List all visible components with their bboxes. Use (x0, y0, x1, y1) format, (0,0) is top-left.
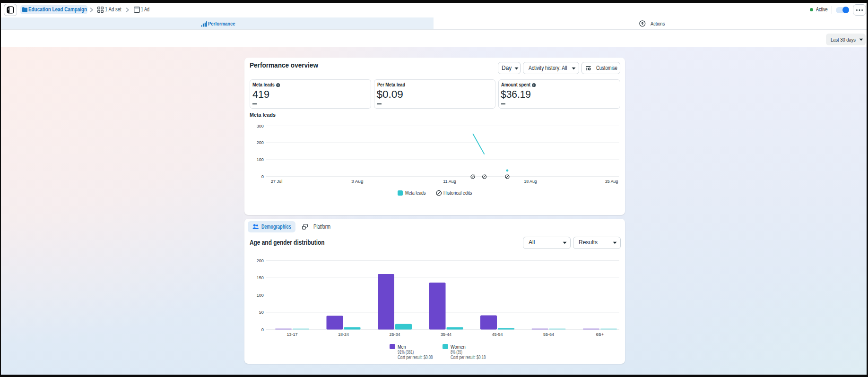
svg-text:18 Aug: 18 Aug (524, 179, 537, 184)
svg-text:25-34: 25-34 (390, 332, 400, 337)
svg-text:55-64: 55-64 (543, 332, 554, 337)
svg-text:35-44: 35-44 (441, 332, 451, 337)
svg-text:100: 100 (257, 157, 264, 162)
svg-text:200: 200 (257, 140, 264, 145)
svg-text:25 Aug: 25 Aug (605, 179, 618, 184)
svg-text:300: 300 (257, 124, 264, 129)
svg-text:3 Aug: 3 Aug (351, 179, 364, 184)
svg-text:100: 100 (257, 293, 264, 298)
svg-text:50: 50 (259, 310, 264, 315)
svg-text:27 Jul: 27 Jul (271, 179, 283, 184)
svg-text:65+: 65+ (596, 332, 604, 337)
svg-text:200: 200 (257, 258, 264, 263)
svg-text:18-24: 18-24 (338, 332, 349, 337)
svg-text:0: 0 (261, 174, 264, 179)
svg-text:0: 0 (261, 327, 264, 332)
svg-text:11 Aug: 11 Aug (443, 179, 456, 184)
svg-text:45-54: 45-54 (492, 332, 503, 337)
svg-text:13-17: 13-17 (287, 332, 298, 337)
svg-text:150: 150 (257, 275, 264, 280)
